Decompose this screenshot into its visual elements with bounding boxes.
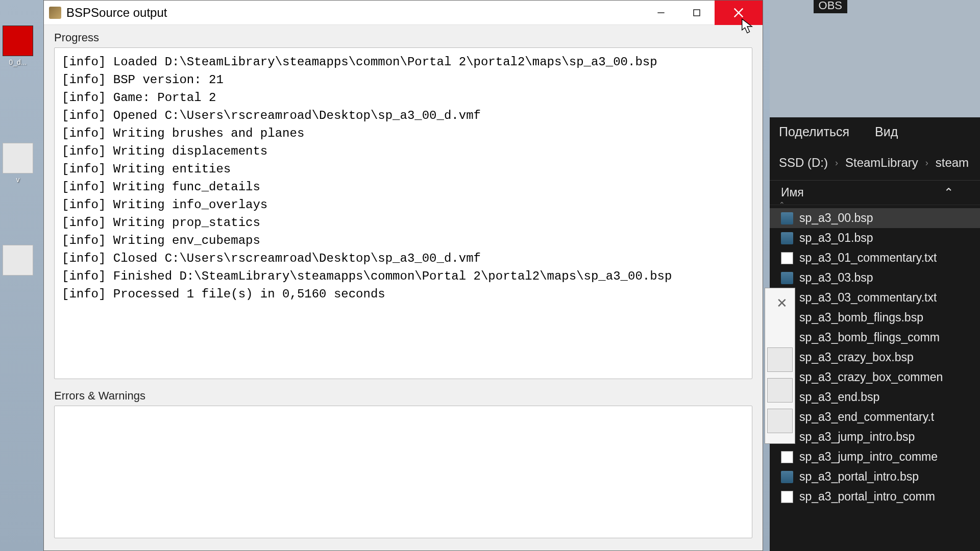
window-controls (643, 1, 763, 24)
file-name: sp_a3_jump_intro.bsp (799, 430, 915, 444)
chevron-right-icon: › (835, 158, 838, 168)
errors-log[interactable] (54, 406, 752, 538)
close-icon[interactable]: ✕ (776, 295, 788, 311)
file-name: sp_a3_00.bsp (799, 211, 873, 225)
file-row[interactable]: sp_a3_crazy_box.bsp (770, 347, 980, 367)
file-list-header[interactable]: Имя ⌃ (770, 181, 980, 205)
file-name: sp_a3_crazy_box.bsp (799, 350, 914, 364)
file-name: sp_a3_bomb_flings.bsp (799, 311, 923, 324)
minimize-icon (657, 9, 665, 17)
file-row[interactable]: sp_a3_jump_intro_comme (770, 447, 980, 467)
breadcrumb-drive[interactable]: SSD (D:) (779, 156, 828, 170)
progress-label: Progress (54, 31, 752, 44)
breadcrumb-folder[interactable]: SteamLibrary (845, 156, 918, 170)
file-icon (3, 245, 33, 276)
desktop-icon[interactable]: v (0, 143, 36, 184)
app-icon (49, 7, 61, 19)
file-name: sp_a3_portal_intro_comm (799, 490, 935, 504)
desktop-icon-label: 0_d... (0, 58, 36, 66)
titlebar[interactable]: BSPSource output (44, 1, 763, 25)
svg-rect-1 (694, 10, 700, 16)
maximize-button[interactable] (679, 1, 715, 25)
file-icon (3, 143, 33, 173)
desktop-icon[interactable] (0, 245, 36, 278)
progress-log[interactable]: [info] Loaded D:\SteamLibrary\steamapps\… (54, 47, 752, 379)
file-name: sp_a3_03.bsp (799, 271, 873, 285)
dialog-button[interactable] (767, 378, 793, 403)
file-row[interactable]: sp_a3_03.bsp (770, 268, 980, 288)
txt-file-icon (781, 451, 793, 463)
dialog-button[interactable] (767, 409, 793, 433)
bsp-file-icon (781, 471, 793, 483)
close-button[interactable] (715, 1, 763, 25)
errors-label: Errors & Warnings (54, 389, 752, 403)
explorer-window: Поделиться Вид SSD (D:) › SteamLibrary ›… (770, 0, 980, 551)
file-name: sp_a3_end.bsp (799, 390, 879, 404)
file-row[interactable]: sp_a3_00.bsp (770, 208, 980, 228)
desktop-icon[interactable]: 0_d... (0, 26, 36, 66)
file-row[interactable]: sp_a3_03_commentary.txt (770, 288, 980, 308)
file-name: sp_a3_portal_intro.bsp (799, 470, 919, 484)
file-row[interactable]: sp_a3_jump_intro.bsp (770, 427, 980, 447)
bsp-file-icon (781, 212, 793, 224)
column-name-header[interactable]: Имя (781, 186, 804, 199)
file-name: sp_a3_crazy_box_commen (799, 370, 943, 384)
file-name: sp_a3_bomb_flings_comm (799, 331, 940, 344)
file-name: sp_a3_01_commentary.txt (799, 251, 937, 265)
obs-label: OBS (814, 0, 847, 13)
file-list[interactable]: sp_a3_00.bspsp_a3_01.bspsp_a3_01_comment… (770, 205, 980, 510)
file-name: sp_a3_03_commentary.txt (799, 291, 937, 305)
file-row[interactable]: sp_a3_crazy_box_commen (770, 367, 980, 387)
file-row[interactable]: sp_a3_bomb_flings_comm (770, 328, 980, 347)
dialog-button[interactable] (767, 347, 793, 372)
vmf-file-icon (3, 26, 33, 56)
close-icon (733, 8, 744, 18)
window-body: Progress [info] Loaded D:\SteamLibrary\s… (44, 25, 763, 551)
scroll-up-button[interactable]: ⌃ (775, 201, 789, 212)
file-row[interactable]: sp_a3_end_commentary.t (770, 407, 980, 427)
file-row[interactable]: sp_a3_portal_intro_comm (770, 487, 980, 507)
file-row[interactable]: sp_a3_bomb_flings.bsp (770, 308, 980, 328)
bspsource-output-window: BSPSource output Progress [info] Loaded … (43, 0, 763, 551)
txt-file-icon (781, 252, 793, 264)
file-row[interactable]: sp_a3_01_commentary.txt (770, 248, 980, 268)
explorer-toolbar: Поделиться Вид (770, 117, 980, 146)
txt-file-icon (781, 491, 793, 503)
sort-ascending-icon[interactable]: ⌃ (944, 186, 953, 199)
file-row[interactable]: sp_a3_01.bsp (770, 228, 980, 248)
toolbar-view[interactable]: Вид (875, 124, 898, 139)
file-name: sp_a3_end_commentary.t (799, 410, 934, 424)
breadcrumb-folder[interactable]: steam (936, 156, 969, 170)
bsp-file-icon (781, 232, 793, 244)
minimize-button[interactable] (643, 1, 679, 25)
progress-group: Progress [info] Loaded D:\SteamLibrary\s… (54, 31, 752, 379)
bsp-file-icon (781, 272, 793, 284)
file-row[interactable]: sp_a3_portal_intro.bsp (770, 467, 980, 487)
maximize-icon (693, 9, 701, 17)
breadcrumb[interactable]: SSD (D:) › SteamLibrary › steam (770, 146, 980, 181)
background-dialog: ✕ (765, 288, 795, 444)
window-title: BSPSource output (66, 6, 643, 20)
file-row[interactable]: sp_a3_end.bsp (770, 387, 980, 407)
desktop-icon-label: v (0, 176, 36, 184)
file-name: sp_a3_01.bsp (799, 231, 873, 245)
file-name: sp_a3_jump_intro_comme (799, 450, 938, 464)
errors-group: Errors & Warnings (54, 389, 752, 538)
explorer-top-desktop-gap (770, 0, 980, 117)
toolbar-share[interactable]: Поделиться (779, 124, 849, 139)
chevron-right-icon: › (925, 158, 928, 168)
